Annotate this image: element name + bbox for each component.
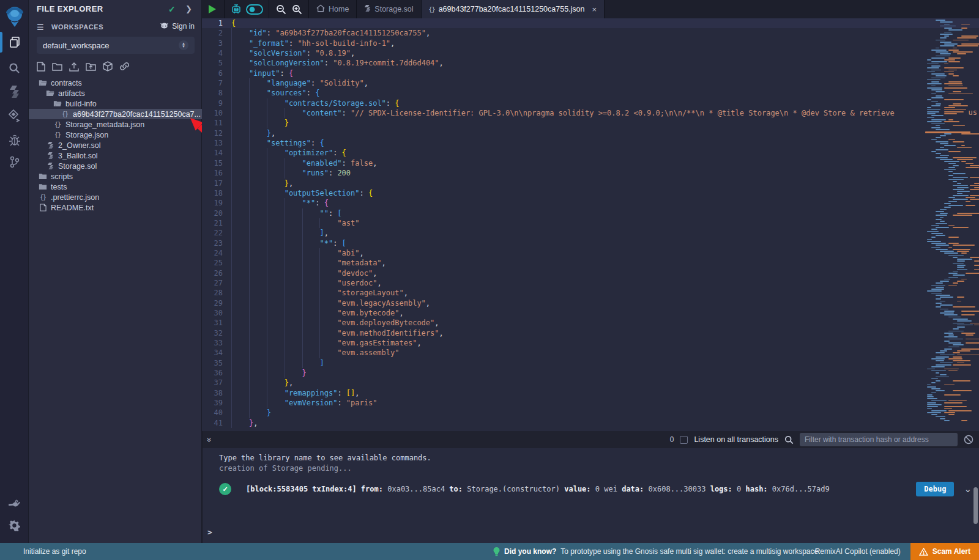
cube-icon[interactable] <box>103 61 113 72</box>
code-line[interactable]: 18"outputSelection": { <box>202 188 979 198</box>
code-line[interactable]: 24"abi", <box>202 248 979 258</box>
terminal-collapse-icon[interactable]: » <box>205 437 214 441</box>
debugger-icon[interactable] <box>0 130 29 150</box>
tree-item[interactable]: {}a69b43f277ba20fcac141151250ca7... <box>29 109 202 119</box>
upload-file-icon[interactable] <box>69 61 79 72</box>
code-line[interactable]: 35] <box>202 358 979 368</box>
code-line[interactable]: 30"evm.bytecode", <box>202 308 979 318</box>
git-icon[interactable] <box>0 152 29 172</box>
tree-item[interactable]: tests <box>29 182 202 192</box>
minimap[interactable] <box>907 20 970 423</box>
tree-item[interactable]: scripts <box>29 171 202 182</box>
file-explorer-panel: FILE EXPLORER ✓ ❯ ☰ WORKSPACES Sign in d… <box>29 0 202 543</box>
tree-item[interactable]: {}Storage_metadata.json <box>29 119 202 130</box>
workspace-select[interactable]: default_workspace ▲▼ <box>37 37 195 54</box>
code-line[interactable]: 6"input": { <box>202 68 979 78</box>
code-line[interactable]: 22], <box>202 228 979 238</box>
panel-title: FILE EXPLORER <box>37 4 103 13</box>
code-line[interactable]: 28"storageLayout", <box>202 288 979 298</box>
new-file-icon[interactable] <box>37 61 45 72</box>
chevron-right-icon[interactable]: ❯ <box>185 4 192 13</box>
tree-item[interactable]: {}.prettierrc.json <box>29 192 202 202</box>
code-line[interactable]: 26"devdoc", <box>202 268 979 278</box>
tree-item[interactable]: contracts <box>29 78 202 88</box>
code-line[interactable]: 40} <box>202 408 979 418</box>
code-line[interactable]: 3"_format": "hh-sol-build-info-1", <box>202 39 979 48</box>
tree-item[interactable]: {}Storage.json <box>29 130 202 140</box>
code-line[interactable]: 29"evm.legacyAssembly", <box>202 298 979 308</box>
close-tab-icon[interactable]: × <box>592 5 597 14</box>
tree-item[interactable]: 3_Ballot.sol <box>29 150 202 161</box>
tree-item[interactable]: Storage.sol <box>29 161 202 171</box>
code-line[interactable]: 9"contracts/Storage.sol": { <box>202 98 979 108</box>
scam-alert-button[interactable]: Scam Alert <box>910 543 979 560</box>
plugin-manager-icon[interactable] <box>0 494 29 515</box>
zoom-out-icon[interactable] <box>273 0 289 18</box>
search-icon[interactable] <box>0 57 29 78</box>
upload-folder-icon[interactable] <box>86 61 96 72</box>
code-line[interactable]: 13"settings": { <box>202 138 979 148</box>
remix-logo-icon[interactable] <box>0 4 29 29</box>
tab-storage-sol[interactable]: Storage.sol <box>357 0 421 18</box>
code-line[interactable]: 38"remappings": [], <box>202 388 979 398</box>
code-line[interactable]: 8"sources": { <box>202 88 979 98</box>
solidity-compiler-icon[interactable] <box>0 81 29 102</box>
new-folder-icon[interactable] <box>52 61 62 72</box>
code-line[interactable]: 31"evm.deployedBytecode", <box>202 318 979 328</box>
run-script-button[interactable] <box>204 0 220 18</box>
init-git-repo-button[interactable]: Initialize as git repo <box>23 547 86 556</box>
remixai-copilot-status[interactable]: RemixAI Copilot (enabled) <box>815 547 901 556</box>
tree-item[interactable]: 2_Owner.sol <box>29 140 202 150</box>
code-line[interactable]: 19"*": { <box>202 198 979 208</box>
code-line[interactable]: 15"enabled": false, <box>202 158 979 168</box>
code-line[interactable]: 20"": [ <box>202 208 979 218</box>
code-line[interactable]: 12}, <box>202 128 979 138</box>
code-line[interactable]: 16"runs": 200 <box>202 168 979 178</box>
code-line[interactable]: 17}, <box>202 179 979 188</box>
code-line[interactable]: 1{ <box>202 18 979 28</box>
code-line[interactable]: 7"language": "Solidity", <box>202 78 979 88</box>
deploy-run-icon[interactable] <box>0 106 29 127</box>
workspaces-menu-icon[interactable]: ☰ <box>37 23 44 32</box>
github-sign-in-button[interactable]: Sign in <box>160 22 195 31</box>
tab-home[interactable]: Home <box>309 0 357 18</box>
code-line[interactable]: 34"evm.assembly" <box>202 348 979 358</box>
debug-button[interactable]: Debug <box>916 482 954 496</box>
terminal-prompt[interactable]: > <box>207 528 212 537</box>
settings-gear-icon[interactable] <box>0 515 29 536</box>
copilot-toggle[interactable] <box>244 0 265 18</box>
code-line[interactable]: 32"evm.methodIdentifiers", <box>202 328 979 338</box>
transaction-filter-input[interactable] <box>800 433 958 446</box>
code-line[interactable]: 5"solcLongVersion": "0.8.19+commit.7dd6d… <box>202 58 979 68</box>
code-line[interactable]: 14"optimizer": { <box>202 148 979 158</box>
code-line[interactable]: 11} <box>202 118 979 128</box>
code-line[interactable]: 21"ast" <box>202 218 979 228</box>
code-line[interactable]: 37}, <box>202 378 979 388</box>
code-area[interactable]: 1{2"id": "a69b43f277ba20fcac141151250ca7… <box>202 18 979 431</box>
code-line[interactable]: 25"metadata", <box>202 258 979 268</box>
listen-all-transactions-checkbox[interactable] <box>680 436 688 444</box>
code-line[interactable]: 2"id": "a69b43f277ba20fcac141151250ca755… <box>202 28 979 38</box>
terminal-scrollbar[interactable] <box>973 487 978 524</box>
code-line[interactable]: 39"evmVersion": "paris" <box>202 398 979 408</box>
tree-item-label: build-info <box>65 100 97 108</box>
tab-a69b43f277ba20fcac141151250ca755-json[interactable]: {}a69b43f277ba20fcac141151250ca755.json× <box>422 0 605 18</box>
code-line[interactable]: 33"evm.gasEstimates", <box>202 338 979 348</box>
tx-expand-chevron-icon[interactable]: ⌄ <box>964 484 972 495</box>
clear-console-icon[interactable] <box>964 435 973 444</box>
code-line[interactable]: 41}, <box>202 418 979 428</box>
file-explorer-icon[interactable] <box>0 32 29 53</box>
remixai-assistant-icon[interactable] <box>228 0 244 18</box>
zoom-in-icon[interactable] <box>289 0 305 18</box>
code-line[interactable]: 27"userdoc", <box>202 278 979 288</box>
code-line[interactable]: 4"solcVersion": "0.8.19", <box>202 48 979 58</box>
tree-item[interactable]: README.txt <box>29 202 202 213</box>
check-icon[interactable]: ✓ <box>168 4 176 14</box>
link-icon[interactable] <box>119 61 130 72</box>
tree-item[interactable]: build-info <box>29 98 202 109</box>
code-line[interactable]: 36} <box>202 368 979 378</box>
line-number: 27 <box>202 278 231 288</box>
tree-item[interactable]: artifacts <box>29 88 202 98</box>
code-line[interactable]: 10"content": "// SPDX-License-Identifier… <box>202 108 979 118</box>
code-line[interactable]: 23"*": [ <box>202 238 979 248</box>
